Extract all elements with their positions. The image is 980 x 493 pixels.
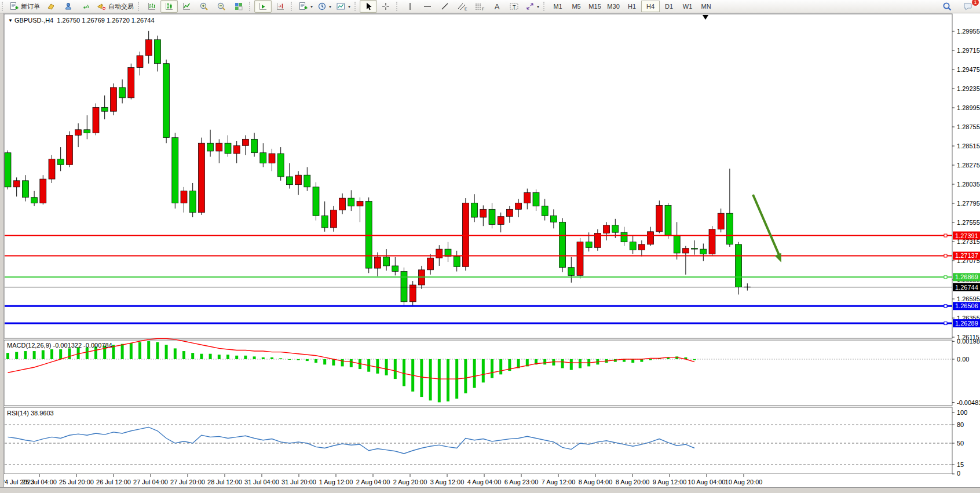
rsi-indicator-label: RSI(14) 38.9603 (7, 410, 54, 417)
hline-handle (944, 305, 947, 308)
toolbar-grip[interactable] (543, 2, 546, 11)
macd-bar (42, 350, 45, 360)
search-button[interactable] (938, 0, 956, 13)
symbol-dropdown-icon[interactable]: ▼ (8, 18, 13, 23)
price-tick-label: 1.29715 (957, 47, 980, 54)
trendline-button[interactable] (436, 0, 454, 13)
candle-body (682, 249, 689, 253)
svg-text:T: T (513, 4, 516, 10)
candle-body (295, 175, 302, 185)
time-tick-label: 2 Aug 20:00 (393, 479, 427, 485)
timeframe-button-mn[interactable]: MN (697, 1, 715, 12)
price-badge-label: 1.27391 (955, 232, 978, 239)
indicators-button[interactable]: ▾ (296, 0, 315, 13)
timeframe-button-h4[interactable]: H4 (641, 1, 660, 12)
macd-bar (147, 341, 150, 359)
toolbar-grip[interactable] (249, 2, 252, 11)
community-icon (64, 2, 73, 11)
macd-bar (403, 359, 405, 386)
toolbar-grip[interactable] (396, 2, 399, 11)
community-button[interactable] (60, 0, 77, 13)
candle-body (401, 272, 407, 302)
bar-chart-button[interactable] (143, 0, 160, 13)
timeframe-button-m15[interactable]: M15 (586, 1, 604, 12)
line-chart-icon (182, 2, 191, 11)
crosshair-button[interactable] (377, 0, 394, 13)
toolbar-grip[interactable] (354, 2, 357, 11)
candlestick-button[interactable] (160, 0, 178, 13)
text-button[interactable]: A (488, 0, 506, 13)
zoom-out-button[interactable] (213, 0, 230, 13)
signals-button[interactable] (77, 0, 94, 13)
time-tick-label: 28 Jul 12:00 (207, 479, 242, 485)
candle-body (260, 153, 266, 163)
candle-body (674, 236, 680, 253)
candle-body (93, 107, 99, 133)
chart-shift-button[interactable] (272, 0, 289, 13)
candle-body (577, 242, 583, 276)
autotrading-button[interactable]: 自动交易 (94, 0, 136, 13)
price-tick-label: 1.28035 (957, 181, 980, 188)
macd-bar (350, 359, 353, 367)
quotes-button[interactable] (42, 0, 60, 13)
fibonacci-button[interactable]: F (471, 0, 488, 13)
candle-body (568, 268, 575, 276)
macd-bar (385, 359, 388, 375)
periods-button[interactable]: ▾ (315, 0, 334, 13)
candle-body (489, 209, 495, 224)
candle-body (427, 258, 434, 270)
svg-text:F: F (482, 7, 484, 11)
auto-scroll-button[interactable] (254, 0, 272, 13)
trendline-icon (440, 2, 449, 11)
macd-bar (138, 342, 141, 359)
autotrading-label: 自动交易 (108, 2, 134, 11)
notifications-button[interactable]: 1 (959, 0, 977, 13)
rsi-tick-label: 50 (957, 440, 964, 447)
notification-badge: 1 (971, 0, 979, 6)
candle-body (638, 244, 645, 250)
templates-button[interactable]: ▾ (334, 0, 353, 13)
new-order-button[interactable]: 新订单 (7, 0, 42, 13)
candle-body (736, 244, 742, 287)
macd-bar (270, 357, 273, 359)
candle-body (163, 64, 170, 138)
tile-windows-icon (234, 2, 243, 11)
macd-bar (332, 359, 335, 366)
candle-body (5, 153, 11, 187)
horizontal-line-button[interactable] (419, 0, 436, 13)
price-tick-label: 1.29955 (957, 28, 980, 35)
time-tick-label: 26 Jul 12:00 (96, 479, 131, 485)
timeframe-button-m30[interactable]: M30 (604, 1, 623, 12)
cursor-button[interactable] (360, 0, 377, 13)
macd-bar (306, 359, 309, 361)
candle-body (119, 87, 126, 98)
price-tick-label: 1.26595 (957, 295, 980, 302)
zoom-in-icon (199, 2, 209, 11)
timeframe-button-h1[interactable]: H1 (623, 1, 641, 12)
toolbar-grip[interactable] (291, 2, 294, 11)
timeframe-button-w1[interactable]: W1 (678, 1, 697, 12)
price-badge-label: 1.26869 (955, 273, 978, 280)
zoom-in-button[interactable] (195, 0, 213, 13)
toolbar-grip[interactable] (138, 2, 141, 11)
channel-button[interactable]: E (454, 0, 471, 13)
tile-windows-button[interactable] (230, 0, 247, 13)
candle-body (101, 107, 108, 111)
line-chart-button[interactable] (178, 0, 195, 13)
macd-bar (165, 345, 168, 359)
time-tick-label: 9 Aug 12:00 (653, 479, 687, 485)
macd-bar (226, 355, 229, 359)
macd-bar (649, 359, 652, 360)
chart-canvas[interactable]: 1.299551.297151.294751.292351.289951.287… (0, 0, 980, 493)
vertical-line-button[interactable] (401, 0, 419, 13)
toolbar-grip[interactable] (2, 2, 5, 11)
timeframe-button-d1[interactable]: D1 (660, 1, 678, 12)
search-icon (942, 2, 952, 12)
candle-body (216, 143, 222, 151)
timeframe-button-m1[interactable]: M1 (548, 1, 567, 12)
label-button[interactable]: T (506, 0, 523, 13)
arrows-button[interactable]: ▾ (523, 0, 542, 13)
timeframe-button-m5[interactable]: M5 (567, 1, 586, 12)
macd-bar (174, 348, 177, 359)
candle-body (648, 232, 654, 244)
